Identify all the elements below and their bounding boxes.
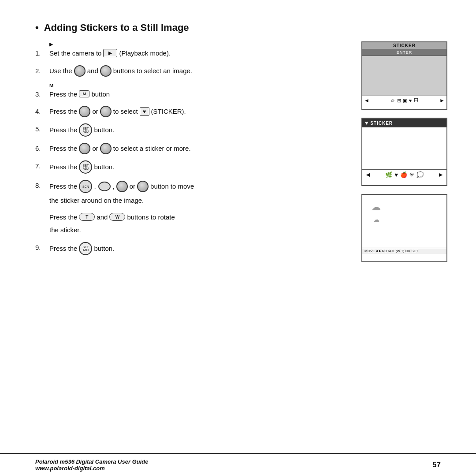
ss2-sticker-3: 🍎	[400, 171, 407, 178]
section-title: • Adding Stickers to a Still Image	[35, 22, 450, 33]
step-3-content: Press the M button	[49, 89, 110, 100]
step-num-7: 7.	[35, 160, 49, 171]
step-8-dial-up-icon	[116, 181, 128, 192]
ss1-icon-square: ▣	[403, 98, 407, 104]
ss1-left-arrow: ◄	[364, 97, 369, 104]
step-6-dial-down-icon	[100, 143, 112, 154]
svg-point-0	[99, 182, 110, 191]
step-3-text-after: button	[91, 89, 110, 100]
ss2-sticker-header: ♥ STICKER	[362, 119, 446, 127]
step-8-text-before: Press the	[49, 181, 77, 192]
step-8-sub-line-2: the sticker.	[49, 224, 81, 236]
screenshot-3: ☁☁ MOVE◄►ROTATE(W T) OK SET	[361, 194, 447, 262]
ss3-footer-text: MOVE◄►ROTATE(W T) OK SET	[364, 249, 418, 253]
ss2-sticker-1: 🌿	[385, 171, 392, 178]
step-2-text-before: Use the	[49, 65, 72, 77]
ss2-header-label: STICKER	[370, 121, 393, 126]
step-2-text-after: buttons to select an image.	[113, 65, 192, 77]
ss2-sticker-4: ✳	[409, 171, 414, 178]
cloud-sticker-icon: ☁☁	[371, 201, 381, 224]
step-5-text-before: Press the	[49, 124, 77, 136]
ss1-icon-grid: ⊞	[397, 98, 401, 104]
step-9: 9. Press the SETADJ button.	[35, 242, 344, 255]
step-num-9: 9.	[35, 242, 49, 253]
step-num-8: 8.	[35, 180, 49, 191]
ss3-footer: MOVE◄►ROTATE(W T) OK SET	[362, 248, 446, 254]
ss1-enter-label: ENTER	[362, 49, 446, 56]
step-4-content: Press the or to select ♥ (STICKER).	[49, 106, 186, 117]
nav-dial-up-icon	[74, 65, 86, 77]
step-5-text-after: button.	[94, 124, 114, 136]
screenshots-panel: STICKER ENTER ◄ ☺ ⊞ ▣ ♥ 🎞 ►	[361, 41, 450, 262]
step-4-dial-up-icon	[79, 106, 90, 117]
step-1-content: Set the camera to ▶ (Playback mode).	[49, 48, 171, 59]
set-adj-icon-9: SETADJ	[79, 242, 92, 255]
step-num-5: 5.	[35, 123, 49, 134]
footer-text: Polaroid m536 Digital Camera User Guide …	[35, 458, 148, 472]
step-3: 3. Press the M button	[35, 89, 344, 100]
step-4-or: or	[92, 106, 98, 117]
step-3-text-before: Press the	[49, 89, 77, 100]
set-adj-icon-5: SETADJ	[79, 123, 92, 137]
ss2-body	[362, 127, 446, 169]
steps-list: ▶ 1. Set the camera to ▶ (Playback mode)…	[35, 41, 353, 262]
step-num-3: 3.	[35, 89, 49, 100]
footer-line2: www.polaroid-digital.com	[35, 465, 148, 472]
step-7: 7. Press the SETADJ button.	[35, 160, 344, 174]
step-6-or: or	[92, 143, 98, 154]
step-9-text-after: button.	[94, 243, 114, 254]
step-4: 4. Press the or to select ♥ (STICKER).	[35, 106, 344, 117]
set-adj-icon-7: SETADJ	[79, 160, 92, 174]
step-6-content: Press the or to select a sticker or more…	[49, 143, 191, 154]
step-8-text-mid: button to move	[150, 181, 194, 192]
playback-mode-icon: ▶	[103, 49, 117, 57]
step-8-text-after: the sticker around on the image.	[49, 195, 144, 206]
step-2-and: and	[87, 65, 98, 77]
step-2-content: Use the and buttons to select an image.	[49, 65, 192, 77]
t-button-icon: T	[79, 213, 95, 221]
step-num-2: 2.	[35, 65, 49, 76]
scn-icon: SCN	[79, 180, 92, 193]
page-title: Adding Stickers to a Still Image	[44, 22, 189, 33]
screenshot-2: ♥ STICKER ◄ 🌿 ♥ 🍎 ✳ 💭 ►	[361, 118, 447, 186]
step-8-sub-text-sticker: the sticker.	[49, 224, 81, 236]
step-8-line-1: Press the SCN , , or button to move	[49, 180, 194, 193]
step-8: 8. Press the SCN , , or bu	[35, 180, 344, 236]
step-8-comma2: ,	[113, 181, 115, 192]
ss2-right-arrow: ►	[438, 171, 444, 178]
step-2: 2. Use the and buttons to select an imag…	[35, 65, 344, 77]
ss3-body: ☁☁	[362, 195, 446, 248]
steps-area: ▶ 1. Set the camera to ▶ (Playback mode)…	[35, 41, 450, 262]
step-6-dial-up-icon	[79, 143, 90, 154]
ss1-icon-camera: 🎞	[413, 98, 418, 103]
step-7-text-before: Press the	[49, 161, 77, 173]
step-1: 1. Set the camera to ▶ (Playback mode).	[35, 48, 344, 59]
ss1-right-arrow: ►	[439, 97, 445, 104]
ss1-icon-heart: ♥	[409, 98, 412, 103]
step-1-text-before: Set the camera to	[49, 48, 101, 59]
ss1-sticker-header: STICKER	[362, 42, 446, 49]
ss2-sticker-5: 💭	[416, 171, 424, 178]
step-num-4: 4.	[35, 106, 49, 117]
footer-line1: Polaroid m536 Digital Camera User Guide	[35, 458, 148, 465]
ss1-icons: ☺ ⊞ ▣ ♥ 🎞	[390, 98, 419, 104]
step-4-text-end: (STICKER).	[151, 106, 186, 117]
step-7-text-after: button.	[94, 161, 114, 173]
step-8-sub-and: and	[97, 212, 108, 223]
step-7-content: Press the SETADJ button.	[49, 160, 114, 174]
step-4-text-mid: to select	[113, 106, 138, 117]
w-button-icon: W	[109, 213, 125, 221]
step-6: 6. Press the or to select a sticker or m…	[35, 143, 344, 154]
step-5: 5. Press the SETADJ button.	[35, 123, 344, 137]
ss1-footer: ◄ ☺ ⊞ ▣ ♥ 🎞 ►	[362, 96, 446, 105]
heart-icon: ♥	[140, 107, 149, 116]
step-8-sub-text-before: Press the	[49, 212, 77, 223]
step-8-content: Press the SCN , , or button to move	[49, 180, 194, 236]
step-8-or: or	[130, 181, 135, 192]
step-8-sub-line: Press the T and W buttons to rotate	[49, 212, 175, 223]
nav-dial-down-icon	[100, 65, 112, 77]
ss1-icon-face: ☺	[390, 98, 395, 103]
page-footer: Polaroid m536 Digital Camera User Guide …	[0, 453, 476, 476]
step-6-text-after: to select a sticker or more.	[113, 143, 191, 154]
step-8-comma1: ,	[94, 181, 96, 192]
